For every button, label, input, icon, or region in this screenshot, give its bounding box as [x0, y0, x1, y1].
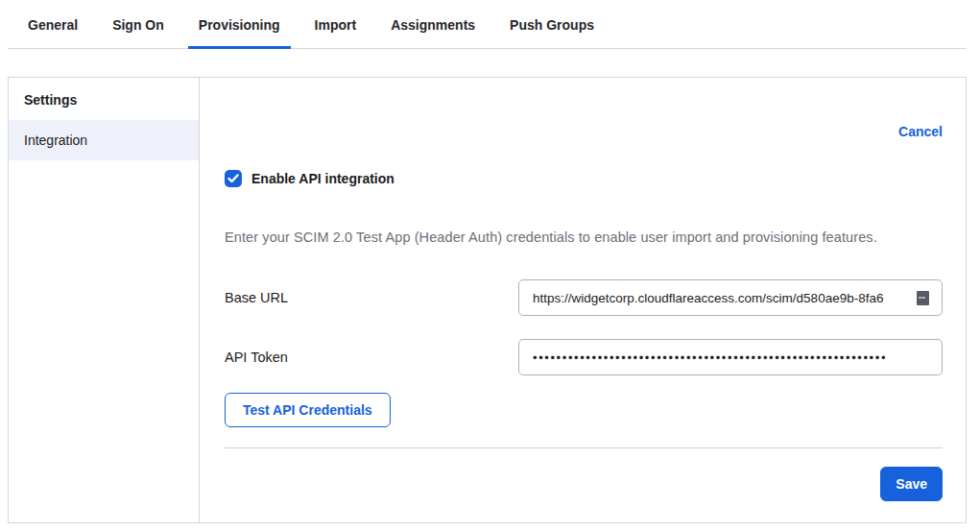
sidebar-header: Settings [9, 78, 199, 120]
tab-assignments[interactable]: Assignments [380, 12, 486, 49]
api-token-row: API Token ••••••••••••••••••••••••••••••… [225, 339, 943, 375]
enable-api-integration-label: Enable API integration [251, 171, 394, 186]
sidebar-item-integration[interactable]: Integration [9, 120, 199, 160]
app-tab-bar: General Sign On Provisioning Import Assi… [8, 0, 967, 49]
api-token-label: API Token [225, 350, 288, 365]
credentials-description: Enter your SCIM 2.0 Test App (Header Aut… [225, 229, 943, 245]
tab-provisioning[interactable]: Provisioning [188, 12, 291, 49]
enable-api-integration-checkbox[interactable] [225, 170, 242, 187]
base-url-input[interactable]: https://widgetcorp.cloudflareaccess.com/… [518, 279, 943, 316]
cancel-row: Cancel [225, 124, 943, 139]
base-url-row: Base URL https://widgetcorp.cloudflareac… [225, 279, 943, 316]
enable-api-integration-row: Enable API integration [225, 170, 943, 187]
tab-push-groups[interactable]: Push Groups [499, 12, 605, 49]
test-credentials-row: Test API Credentials [225, 393, 943, 427]
tab-sign-on[interactable]: Sign On [102, 12, 175, 49]
provisioning-panel: Settings Integration Cancel Enable API i… [8, 77, 967, 523]
checkmark-icon [227, 174, 239, 183]
footer-divider [225, 447, 943, 448]
tab-general[interactable]: General [17, 12, 88, 49]
tab-import[interactable]: Import [304, 12, 368, 49]
base-url-value: https://widgetcorp.cloudflareaccess.com/… [533, 291, 917, 305]
settings-sidebar: Settings Integration [9, 78, 200, 522]
api-token-masked-value: ••••••••••••••••••••••••••••••••••••••••… [533, 350, 929, 365]
save-button[interactable]: Save [880, 467, 943, 501]
cancel-link[interactable]: Cancel [898, 124, 943, 139]
test-api-credentials-button[interactable]: Test API Credentials [225, 393, 391, 427]
save-row: Save [225, 467, 943, 501]
base-url-label: Base URL [225, 290, 288, 305]
api-token-input[interactable]: ••••••••••••••••••••••••••••••••••••••••… [518, 339, 943, 375]
text-selection-cursor-icon [917, 291, 929, 305]
integration-settings-form: Cancel Enable API integration Enter your… [200, 78, 966, 522]
